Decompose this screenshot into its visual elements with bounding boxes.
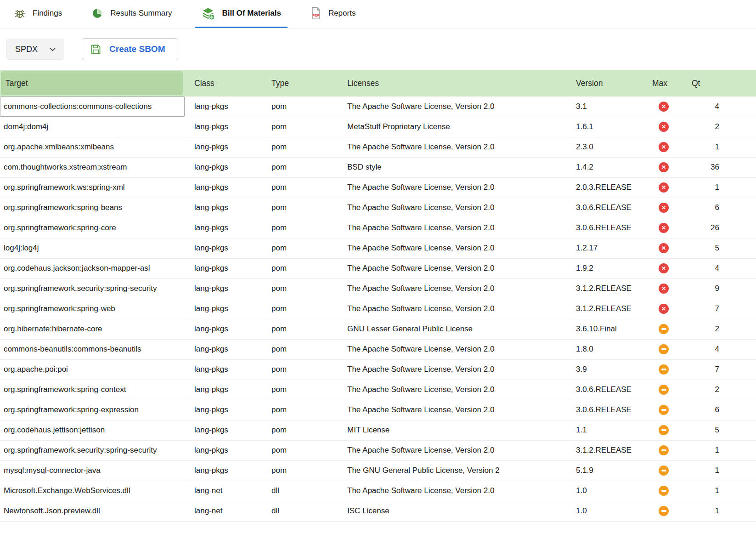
tab-label: Results Summary: [110, 9, 172, 18]
critical-status-icon: [659, 203, 669, 213]
medium-status-icon: [659, 364, 669, 375]
version-cell: 3.0.6.RELEASE: [570, 380, 648, 400]
max-severity-cell: [648, 319, 680, 339]
sbom-format-select[interactable]: SPDX: [6, 39, 64, 60]
column-label: Target: [6, 79, 28, 88]
tab-bar: Findings Results Summary Bill Of Materia…: [0, 0, 756, 28]
table-row[interactable]: org.springframework:spring-web lang-pkgs…: [0, 299, 756, 319]
licenses-cell: The GNU General Public License, Version …: [336, 460, 570, 481]
table-row[interactable]: commons-collections:commons-collections …: [0, 97, 756, 117]
qt-cell: 2: [680, 380, 756, 400]
table-row[interactable]: org.springframework.security:spring-secu…: [0, 278, 756, 299]
licenses-cell: The Apache Software License, Version 2.0: [336, 238, 570, 258]
licenses-cell: The Apache Software License, Version 2.0: [336, 258, 570, 278]
tab-label: Reports: [328, 9, 356, 18]
table-row[interactable]: org.hibernate:hibernate-core lang-pkgs p…: [0, 319, 756, 339]
tab-bill-of-materials[interactable]: Bill Of Materials: [195, 0, 287, 28]
version-cell: 2.0.3.RELEASE: [570, 177, 648, 198]
qt-cell: 4: [680, 339, 756, 359]
class-cell: lang-pkgs: [185, 380, 261, 400]
max-severity-cell: [648, 460, 680, 481]
qt-cell: 4: [680, 97, 756, 117]
version-cell: 1.0: [570, 481, 648, 501]
version-cell: 3.6.10.Final: [570, 319, 648, 339]
column-header-qt[interactable]: Qt: [680, 70, 756, 97]
medium-status-icon: [659, 425, 669, 435]
table-row[interactable]: dom4j:dom4j lang-pkgs pom MetaStuff Prop…: [0, 117, 756, 137]
table-row[interactable]: Microsoft.Exchange.WebServices.dll lang-…: [0, 481, 756, 501]
max-severity-cell: [648, 117, 680, 137]
target-cell: com.thoughtworks.xstream:xstream: [0, 157, 185, 177]
type-cell: pom: [261, 198, 336, 218]
version-cell: 3.0.6.RELEASE: [570, 218, 648, 238]
target-cell: org.springframework:spring-core: [0, 218, 185, 238]
type-cell: pom: [261, 258, 336, 278]
create-sbom-label: Create SBOM: [109, 44, 165, 54]
qt-cell: 36: [680, 157, 756, 177]
type-cell: pom: [261, 97, 336, 117]
table-row[interactable]: org.springframework:spring-expression la…: [0, 400, 756, 420]
table-row[interactable]: org.springframework:spring-core lang-pkg…: [0, 218, 756, 238]
table-row[interactable]: org.springframework:spring-context lang-…: [0, 380, 756, 400]
version-cell: 3.1.2.RELEASE: [570, 299, 648, 319]
qt-cell: 1: [680, 177, 756, 198]
class-cell: lang-pkgs: [185, 440, 261, 460]
tab-reports[interactable]: PDF Reports: [304, 0, 362, 28]
target-cell: Microsoft.Exchange.WebServices.dll: [0, 481, 185, 501]
licenses-cell: BSD style: [336, 157, 570, 177]
max-severity-cell: [648, 501, 680, 521]
table-row[interactable]: Newtonsoft.Json.preview.dll lang-net dll…: [0, 501, 756, 521]
licenses-cell: The Apache Software License, Version 2.0: [336, 97, 570, 117]
type-cell: pom: [261, 238, 336, 258]
tab-results-summary[interactable]: Results Summary: [85, 0, 178, 28]
type-cell: dll: [261, 501, 336, 521]
bom-table-body: commons-collections:commons-collections …: [0, 97, 756, 521]
class-cell: lang-pkgs: [185, 400, 261, 420]
table-row[interactable]: mysql:mysql-connector-java lang-pkgs pom…: [0, 460, 756, 481]
version-cell: 3.1: [570, 97, 648, 117]
type-cell: pom: [261, 420, 336, 440]
max-severity-cell: [648, 177, 680, 198]
licenses-cell: The Apache Software License, Version 2.0: [336, 198, 570, 218]
table-row[interactable]: org.codehaus.jettison:jettison lang-pkgs…: [0, 420, 756, 440]
table-row[interactable]: commons-beanutils:commons-beanutils lang…: [0, 339, 756, 359]
bom-table: Target Class Type Licenses Version Max Q…: [0, 70, 756, 522]
max-severity-cell: [648, 420, 680, 440]
type-cell: pom: [261, 339, 336, 359]
table-header-row: Target Class Type Licenses Version Max Q…: [0, 70, 756, 97]
column-header-target[interactable]: Target: [0, 70, 185, 97]
type-cell: pom: [261, 157, 336, 177]
table-row[interactable]: log4j:log4j lang-pkgs pom The Apache Sof…: [0, 238, 756, 258]
target-cell: org.springframework:spring-expression: [0, 400, 185, 420]
tab-findings[interactable]: Findings: [7, 0, 68, 28]
class-cell: lang-pkgs: [185, 258, 261, 278]
qt-cell: 2: [680, 319, 756, 339]
table-row[interactable]: org.springframework.security:spring-secu…: [0, 440, 756, 460]
class-cell: lang-pkgs: [185, 278, 261, 299]
bug-icon: [14, 7, 26, 19]
qt-cell: 7: [680, 299, 756, 319]
max-severity-cell: [648, 481, 680, 501]
table-row[interactable]: org.springframework.ws:spring-xml lang-p…: [0, 177, 756, 198]
table-row[interactable]: org.apache.poi:poi lang-pkgs pom The Apa…: [0, 359, 756, 380]
type-cell: pom: [261, 400, 336, 420]
column-header-class[interactable]: Class: [185, 70, 261, 97]
max-severity-cell: [648, 359, 680, 380]
class-cell: lang-pkgs: [185, 359, 261, 380]
type-cell: pom: [261, 380, 336, 400]
column-header-licenses[interactable]: Licenses: [336, 70, 570, 97]
table-row[interactable]: com.thoughtworks.xstream:xstream lang-pk…: [0, 157, 756, 177]
table-row[interactable]: org.apache.xmlbeans:xmlbeans lang-pkgs p…: [0, 137, 756, 157]
max-severity-cell: [648, 258, 680, 278]
version-cell: 3.1.2.RELEASE: [570, 278, 648, 299]
medium-status-icon: [659, 405, 669, 415]
qt-cell: 1: [680, 481, 756, 501]
table-row[interactable]: org.springframework:spring-beans lang-pk…: [0, 198, 756, 218]
column-header-max[interactable]: Max: [648, 70, 680, 97]
column-header-type[interactable]: Type: [261, 70, 336, 97]
create-sbom-button[interactable]: Create SBOM: [82, 38, 178, 60]
table-row[interactable]: org.codehaus.jackson:jackson-mapper-asl …: [0, 258, 756, 278]
critical-status-icon: [659, 284, 669, 294]
column-header-version[interactable]: Version: [570, 70, 648, 97]
licenses-cell: The Apache Software License, Version 2.0: [336, 440, 570, 460]
